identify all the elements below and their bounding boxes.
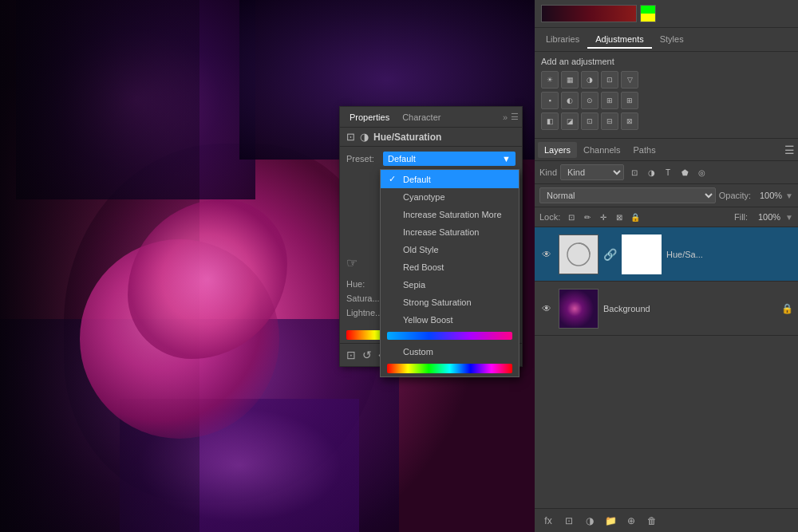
props-bottom-mask[interactable]: ⊡ [346,349,356,361]
adj-icons-row-2: ▪ ◐ ⊙ ⊞ ⊞ [541,92,792,109]
top-tabs-row: Libraries Adjustments Styles [535,28,798,52]
kind-icon-smart[interactable]: ◎ [694,165,709,179]
tab-channels[interactable]: Channels [577,142,626,158]
fill-value: 100% [753,212,780,222]
tab-paths[interactable]: Paths [627,142,662,158]
preset-dropdown: ✓ Default Cyanotype Increase Saturation … [380,169,519,377]
adj-icon-colorbal[interactable]: ◐ [561,92,579,109]
dropdown-item-inc-sat[interactable]: Increase Saturation [381,223,519,241]
color-swatch-green [640,5,656,22]
tab-adjustments[interactable]: Adjustments [587,31,652,49]
svg-rect-2 [559,290,598,328]
properties-panel: Properties Character » ☰ ⊡ ◑ Hue/Saturat… [339,106,523,367]
adj-icon-gradient-map[interactable]: ⊠ [621,112,638,130]
layer-mask-thumb [622,234,662,274]
kind-icon-shape[interactable]: ⬟ [678,165,692,179]
opacity-label: Opacity: [719,191,751,200]
props-icon-adjustment[interactable]: ◑ [360,131,369,143]
adj-icon-threshold[interactable]: ⊟ [601,112,618,130]
adj-icon-posterize[interactable]: ⊡ [581,112,598,130]
dropdown-item-old-style[interactable]: Old Style [381,241,519,258]
lock-icon-position[interactable]: ✛ [597,211,610,223]
eye-icon-background[interactable]: 👁 [539,301,554,316]
lock-icons: ⊡ ✏ ✛ ⊠ 🔒 [565,211,642,223]
lock-icon-pixels[interactable]: ⊡ [565,211,578,223]
color-swatch-dark [541,5,637,22]
svg-rect-0 [559,235,598,274]
lock-icon-paint[interactable]: ✏ [581,211,594,223]
adj-icon-levels[interactable]: ▦ [561,71,579,89]
layer-item-background[interactable]: 👁 Background 🔒 [535,282,798,336]
props-menu-icon[interactable]: ☰ [511,112,519,122]
preset-row: Preset: Default ▼ ✓ Default Cyanotype In… [340,147,522,171]
layers-panel: Layers Channels Paths ☰ Kind Kind ⊡ ◑ T … [535,139,798,532]
adj-icon-exposure[interactable]: ⊡ [601,71,618,89]
dropdown-item-inc-sat-more[interactable]: Increase Saturation More [381,206,519,223]
props-tab-character[interactable]: Character [396,109,447,125]
props-expand-icon[interactable]: » [503,112,508,122]
adj-icon-color-lookup[interactable]: ◧ [541,112,559,130]
props-icon-mask[interactable]: ⊡ [346,131,355,143]
new-group-icon[interactable]: 📁 [602,512,619,530]
kind-icon-adj[interactable]: ◑ [644,165,658,179]
kind-icon-type[interactable]: T [661,165,675,179]
color-bar [535,0,798,28]
props-title: Hue/Saturation [373,132,441,143]
adj-icon-brightness[interactable]: ☀ [541,71,559,89]
dropdown-item-custom[interactable]: Custom [381,343,519,361]
tab-libraries[interactable]: Libraries [538,31,587,49]
add-mask-icon[interactable]: ⊡ [560,512,578,530]
preset-select[interactable]: Default ▼ [383,152,516,166]
delete-layer-icon[interactable]: 🗑 [643,512,661,530]
hand-tool-icon[interactable]: ☞ [346,255,358,270]
preset-label: Preset: [346,154,378,164]
adj-icon-photofil[interactable]: ⊞ [601,92,618,109]
new-layer-icon[interactable]: ⊕ [622,512,640,530]
tab-layers[interactable]: Layers [538,142,577,158]
adj-icon-bw[interactable]: ⊙ [581,92,598,109]
props-bottom-reset[interactable]: ↺ [362,349,372,361]
layers-menu-icon[interactable]: ☰ [784,144,795,156]
dropdown-item-yellow-boost[interactable]: Yellow Boost [381,311,519,329]
dropdown-item-sepia[interactable]: Sepia [381,276,519,294]
props-tab-properties[interactable]: Properties [343,109,396,125]
kind-icons: ⊡ ◑ T ⬟ ◎ [627,165,709,179]
fill-label: Fill: [734,212,748,222]
layer-thumb-background [559,289,598,329]
adj-icon-huesat[interactable]: ▪ [541,92,559,109]
adj-icon-vibrance[interactable]: ▽ [621,71,638,89]
preset-value: Default [388,154,416,164]
adjustments-panel: Add an adjustment ☀ ▦ ◑ ⊡ ▽ ▪ ◐ ⊙ ⊞ ⊞ ◧ … [535,52,798,139]
props-header: Properties Character » ☰ [340,107,522,128]
lock-row: Lock: ⊡ ✏ ✛ ⊠ 🔒 Fill: 100% ▼ [535,207,798,227]
dropdown-item-default[interactable]: ✓ Default [381,170,519,188]
adj-icons-row-1: ☀ ▦ ◑ ⊡ ▽ [541,71,792,89]
layer-item-huesat[interactable]: 👁 🔗 Hue/Sa... [535,227,798,282]
blend-mode-select[interactable]: Normal [539,187,716,203]
adj-icon-invert[interactable]: ◪ [561,112,579,130]
kind-select[interactable]: Kind [560,164,624,180]
kind-label: Kind [539,167,557,177]
adj-icon-mixer[interactable]: ⊞ [621,92,638,109]
preset-chevron: ▼ [502,154,511,164]
layers-bottom: fx ⊡ ◑ 📁 ⊕ 🗑 [535,508,798,532]
dropdown-item-cyanotype[interactable]: Cyanotype [381,188,519,206]
kind-icon-pixel[interactable]: ⊡ [627,165,642,179]
lock-icon-all[interactable]: 🔒 [629,211,642,223]
lock-icon-artboard[interactable]: ⊠ [613,211,626,223]
fx-icon[interactable]: fx [539,512,557,530]
dropdown-item-red-boost[interactable]: Red Boost [381,258,519,276]
blend-row: Normal Opacity: 100% ▼ [535,184,798,207]
tab-styles[interactable]: Styles [652,31,692,49]
lock-badge-background: 🔒 [781,303,793,314]
adjustment-layer-icon[interactable]: ◑ [581,512,598,530]
dropdown-hue-spectrum [387,364,512,373]
adjustments-title: Add an adjustment [541,57,792,66]
layer-list: 👁 🔗 Hue/Sa... 👁 [535,227,798,508]
dropdown-item-strong-sat[interactable]: Strong Saturation [381,294,519,311]
eye-icon-huesat[interactable]: 👁 [539,247,554,262]
opacity-arrow[interactable]: ▼ [785,191,793,200]
adj-icon-curves[interactable]: ◑ [581,71,598,89]
fill-arrow[interactable]: ▼ [785,213,793,222]
chain-icon-huesat: 🔗 [603,248,617,261]
